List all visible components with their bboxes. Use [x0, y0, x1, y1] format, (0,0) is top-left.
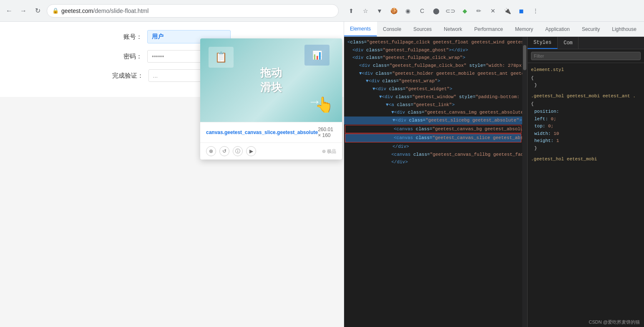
- html-line: ▼<div class="geetest_slicebg geetest_abs…: [344, 117, 522, 124]
- browser-controls: ← → ↻: [3, 5, 43, 17]
- address-bar[interactable]: 🔒 geetest.com/demo/slide-float.html: [47, 4, 339, 18]
- style-selector: element.styl: [531, 66, 641, 74]
- plugin-icon[interactable]: 🔌: [501, 5, 513, 17]
- captcha-icon-right: 📊: [304, 45, 330, 66]
- tab-sources[interactable]: Sources: [408, 22, 438, 36]
- scrollbar-thumb[interactable]: [523, 45, 526, 70]
- captcha-brand: ⊛ 极品: [322, 148, 336, 155]
- captcha-icon-left: 📋: [209, 47, 234, 68]
- styles-filter-input[interactable]: [531, 52, 641, 60]
- toolbar-icons: ⬆ ☆ ▼ 🍪 ◉ C ⬤ ⊂⊃ ◆ ✏ ✕ 🔌 ◼ ⋮: [345, 5, 541, 17]
- html-panel[interactable]: <class="geetest_fullpage_click geetest_f…: [344, 37, 522, 327]
- captcha-refresh-btn[interactable]: ↺: [219, 146, 229, 156]
- html-line: ▼<div class="geetest_canvas_img geetest_…: [344, 109, 522, 117]
- captcha-size: 260.01 × 160: [318, 127, 336, 138]
- content-area: 账号： 用户 密码： •••••• 完成验证： ... 📋 📊 拖动 滑块: [0, 22, 644, 327]
- captcha-info-btn[interactable]: ⓘ: [233, 146, 243, 156]
- captcha-tooltip: canvas.geetest_canvas_slice.geetest_abso…: [200, 122, 342, 142]
- tab-lighthouse[interactable]: Lighthouse: [606, 22, 643, 36]
- captcha-popup: 📋 📊 拖动 滑块 → 👆 canvas.geetest_canvas_slic…: [200, 38, 342, 160]
- styles-tabs: Styles Com: [528, 37, 644, 49]
- forward-button[interactable]: →: [18, 5, 29, 17]
- back-button[interactable]: ←: [3, 5, 15, 17]
- close-icon[interactable]: ✕: [487, 5, 499, 17]
- letter-c-icon[interactable]: C: [416, 5, 428, 17]
- html-line: <div class="geetest_fullpage_click_box" …: [344, 62, 522, 70]
- style-props: position: left: 0; top: 0; width: 10 hei…: [534, 108, 641, 152]
- address-text: geetest.com/demo/slide-float.html: [61, 8, 148, 14]
- tab-security[interactable]: Security: [576, 22, 606, 36]
- cookie-icon[interactable]: 🍪: [388, 5, 400, 17]
- devtools-main: <class="geetest_fullpage_click geetest_f…: [344, 37, 644, 327]
- tab-network[interactable]: Network: [438, 22, 468, 36]
- circle-icon[interactable]: ◉: [402, 5, 414, 17]
- styles-tab-styles[interactable]: Styles: [528, 37, 558, 49]
- styles-filter-wrap: [528, 49, 644, 63]
- bookmark-icon[interactable]: ☆: [360, 5, 371, 17]
- browser-chrome: ← → ↻ 🔒 geetest.com/demo/slide-float.htm…: [0, 0, 644, 22]
- devtools-panel: Elements Console Sources Network Perform…: [344, 22, 644, 327]
- html-line: <div class="geetest_fullpage_click_wrap"…: [344, 54, 522, 62]
- styles-content: element.styl { } .geetest_hol geetest_mo…: [528, 63, 644, 327]
- html-line-canvas-bg: <canvas class="geetest_canvas_bg geetest…: [345, 125, 521, 134]
- style-rule-element: element.styl { }: [531, 66, 641, 89]
- tab-elements[interactable]: Elements: [344, 22, 377, 36]
- website-area: 账号： 用户 密码： •••••• 完成验证： ... 📋 📊 拖动 滑块: [0, 22, 344, 327]
- pen-icon[interactable]: ✏: [473, 5, 485, 17]
- reload-button[interactable]: ↻: [32, 5, 43, 17]
- blue-icon[interactable]: ◼: [516, 5, 527, 17]
- devtools-tabs: Elements Console Sources Network Perform…: [344, 22, 644, 37]
- styles-tab-com[interactable]: Com: [558, 37, 579, 49]
- username-label: 账号：: [113, 33, 142, 41]
- captcha-text: 拖动 滑块: [260, 66, 282, 95]
- captcha-hand-icon: 👆: [315, 96, 334, 114]
- html-line: <class="geetest_fullpage_click geetest_f…: [344, 38, 522, 46]
- captcha-close-btn[interactable]: ⊗: [206, 146, 216, 156]
- tab-application[interactable]: Application: [539, 22, 576, 36]
- watermark: CSDN @爱吃荞麦饼的猫: [589, 319, 640, 325]
- tab-performance[interactable]: Performance: [468, 22, 509, 36]
- html-line: ▼<div class="geetest_holder geetest_mobi…: [344, 70, 522, 78]
- password-label: 密码：: [113, 53, 142, 61]
- style-rule-geetest2: .geetest_hol eetest_mobi: [531, 156, 641, 163]
- menu-icon[interactable]: ⋮: [530, 5, 541, 17]
- style-selector-3: .geetest_hol eetest_mobi: [531, 156, 641, 163]
- tab-memory[interactable]: Memory: [509, 22, 539, 36]
- dropdown-icon[interactable]: ▼: [374, 5, 385, 17]
- style-rule-geetest: .geetest_hol geetest_mobi eetest_ant . {…: [531, 93, 641, 152]
- style-block: }: [534, 82, 641, 89]
- link-icon[interactable]: ⊂⊃: [445, 5, 456, 17]
- html-line-canvas-slice: <canvas class="geetest_canvas_slice geet…: [345, 134, 521, 142]
- html-line: </div>: [344, 158, 522, 166]
- style-selector-2: .geetest_hol geetest_mobi eetest_ant .: [531, 93, 641, 100]
- html-line: ▼<div class="geetest_wrap">: [344, 77, 522, 85]
- lock-icon: 🔒: [52, 8, 59, 14]
- html-line: ▼<div class="geetest_window" style="padd…: [344, 93, 522, 101]
- devtools-scrollbar[interactable]: [522, 37, 527, 327]
- captcha-controls: ⊗ ↺ ⓘ ▶ ⊛ 极品: [200, 142, 342, 160]
- html-line: ▼<div class="geetest_widget">: [344, 85, 522, 93]
- captcha-image: 📋 📊 拖动 滑块 → 👆: [200, 38, 342, 122]
- html-line: <canvas class="geetest_canvas_fullbg gee…: [344, 151, 522, 159]
- circle2-icon[interactable]: ⬤: [430, 5, 442, 17]
- html-line: ▼<a class="geetest_link">: [344, 101, 522, 109]
- green-icon[interactable]: ◆: [459, 5, 470, 17]
- verify-label: 完成验证：: [112, 72, 143, 80]
- html-line: </div>: [344, 143, 522, 151]
- styles-panel: Styles Com element.styl { } .geet: [527, 37, 644, 327]
- html-line: <div class="geetest_fullpage_ghost"></di…: [344, 46, 522, 54]
- share-icon[interactable]: ⬆: [345, 5, 357, 17]
- captcha-play-btn[interactable]: ▶: [246, 146, 256, 156]
- tab-console[interactable]: Console: [377, 22, 408, 36]
- captcha-class-name: canvas.geetest_canvas_slice.geetest_abso…: [206, 129, 318, 135]
